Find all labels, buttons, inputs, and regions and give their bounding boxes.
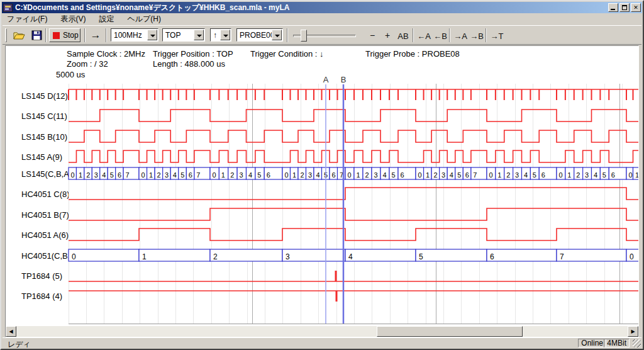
toolbar: Stop → 100MHz TOP ↑ PROBE00 − + AB ←A ←B <box>3 25 641 45</box>
waveform-binary <box>69 188 639 200</box>
menu-help[interactable]: ヘルプ(H) <box>127 14 161 25</box>
goto-cursor-b-right-button[interactable]: →B <box>469 31 484 41</box>
bus-value: 2 <box>157 171 161 179</box>
bus-cell <box>345 249 416 261</box>
bus-value: 4 <box>102 171 106 179</box>
ab-range-button[interactable]: AB <box>395 31 411 41</box>
scrollbar-thumb[interactable] <box>377 326 523 337</box>
trigger-position-select[interactable]: TOP <box>162 28 205 42</box>
toolbar-separator <box>106 28 107 42</box>
chevron-down-icon[interactable] <box>220 30 230 40</box>
goto-cursor-b-left-button[interactable]: ←B <box>433 31 448 41</box>
probe-select[interactable]: PROBE00 <box>236 28 283 42</box>
bus-value: 7 <box>126 171 130 179</box>
bus-value: 3 <box>585 171 589 179</box>
window-title: C:¥Documents and Settings¥noname¥デスクトップ¥… <box>15 3 608 13</box>
save-button[interactable] <box>28 28 45 43</box>
waveform-binary <box>69 229 639 240</box>
bus-value: 4 <box>173 171 177 179</box>
scroll-right-icon: ▶ <box>631 329 635 334</box>
bus-value: 3 <box>165 171 169 179</box>
bus-value: 1 <box>142 252 147 261</box>
minimize-icon <box>611 9 615 10</box>
stop-icon <box>53 32 60 39</box>
bus-value: 6 <box>611 171 615 179</box>
bus-value: 1 <box>79 171 82 179</box>
run-arrow-icon: → <box>91 29 101 42</box>
trigger-edge-select[interactable]: ↑ <box>210 28 231 42</box>
bus-value: 1 <box>567 171 571 179</box>
run-button[interactable]: → <box>88 28 103 43</box>
bus-value: 1 <box>497 171 501 179</box>
chevron-down-icon[interactable] <box>194 30 204 40</box>
title-bar: C:¥Documents and Settings¥noname¥デスクトップ¥… <box>2 2 642 13</box>
waveform-plot[interactable]: 0123456701234567012345601234567012345601… <box>6 46 639 327</box>
bus-value: 2 <box>434 171 438 179</box>
menu-file[interactable]: ファイル(F) <box>7 14 47 25</box>
bus-value: 3 <box>441 171 445 179</box>
bus-value: 0 <box>72 252 76 261</box>
goto-cursor-a-left-button[interactable]: ←A <box>416 31 431 41</box>
stop-button[interactable]: Stop <box>49 28 80 42</box>
zoom-out-button[interactable]: − <box>366 30 379 40</box>
waveform-binary <box>69 150 639 162</box>
bus-cell <box>210 249 282 261</box>
maximize-button[interactable] <box>619 3 630 12</box>
bus-value: 1 <box>149 171 153 179</box>
toolbar-separator <box>449 28 450 42</box>
status-bar: レディ Online 4MBit <box>3 337 641 347</box>
bus-value: 4 <box>524 171 528 179</box>
chevron-down-icon[interactable] <box>272 30 282 40</box>
toolbar-separator <box>486 28 487 42</box>
bus-value: 1 <box>426 171 430 179</box>
strobe-ticks <box>69 89 633 100</box>
app-icon <box>3 4 13 12</box>
goto-trigger-button[interactable]: →T <box>489 31 504 41</box>
bus-value: 0 <box>284 171 288 179</box>
floppy-disk-icon <box>31 30 42 40</box>
stop-label: Stop <box>63 31 79 40</box>
waveform-client-area: Sample Clock : 2MHz Trigger Position : T… <box>5 45 639 337</box>
bus-value: 5 <box>180 171 184 179</box>
menu-view[interactable]: 表示(V) <box>60 14 86 25</box>
scroll-right-button[interactable]: ▶ <box>628 326 638 337</box>
bus-value: 3 <box>94 171 98 179</box>
toolbar-grip <box>5 28 7 42</box>
status-online-badge: Online <box>578 339 606 347</box>
zoom-slider-thumb[interactable] <box>301 30 307 42</box>
bus-cell <box>139 249 210 261</box>
bus-value: 6 <box>118 171 121 179</box>
bus-value: 2 <box>576 171 580 179</box>
bus-value: 5 <box>391 171 395 179</box>
scroll-left-button[interactable]: ◀ <box>6 326 16 337</box>
clock-value: 100MHz <box>114 30 142 40</box>
bus-value: 0 <box>558 171 562 179</box>
horizontal-scrollbar[interactable]: ◀ ▶ <box>6 326 638 337</box>
bus-cell <box>69 249 139 261</box>
cursor-a-label: A <box>323 75 329 84</box>
cursor-b-label: B <box>341 75 347 84</box>
menu-settings[interactable]: 設定 <box>99 14 114 25</box>
minimize-button[interactable] <box>608 3 618 12</box>
bus-value: 2 <box>300 171 304 179</box>
goto-cursor-a-right-button[interactable]: →A <box>453 31 468 41</box>
open-file-button[interactable] <box>11 28 28 43</box>
close-button[interactable]: ✕ <box>631 3 641 12</box>
toolbar-separator <box>45 28 47 42</box>
scroll-left-icon: ◀ <box>9 329 13 334</box>
zoom-in-button[interactable]: + <box>381 30 394 40</box>
bus-value: 4 <box>382 171 386 179</box>
bus-value: 6 <box>490 252 494 261</box>
status-ready-text: レディ <box>8 339 31 350</box>
bus-cell <box>416 249 487 261</box>
bus-value: 7 <box>473 171 477 179</box>
bus-value: 0 <box>70 171 74 179</box>
resize-grip[interactable] <box>633 339 641 347</box>
chevron-down-icon[interactable] <box>147 30 157 40</box>
bus-value: 3 <box>374 171 377 179</box>
toolbar-separator <box>413 28 414 42</box>
clock-select[interactable]: 100MHz <box>111 28 158 42</box>
trigger-edge-value: ↑ <box>213 30 217 40</box>
bus-value: 5 <box>419 252 423 261</box>
maximize-icon <box>622 5 627 10</box>
